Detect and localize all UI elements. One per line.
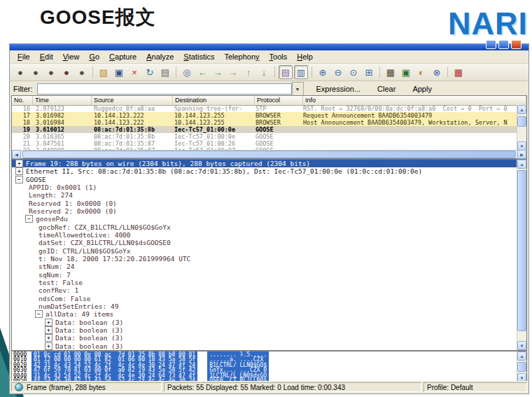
packet-row-17[interactable]: 173.01698210.144.123.22210.144.123.255BR… [12,112,517,119]
toolbar-resize-columns-button[interactable]: ⊞ [362,65,376,79]
tree-line[interactable]: Reserved 2: 0x0000 (0) [12,207,517,215]
menu-analyze[interactable]: Analyze [141,50,178,63]
menu-go[interactable]: Go [84,50,104,63]
tree-line[interactable]: ndsCom: False [12,295,517,302]
tree-line[interactable]: −allData: 49 items [12,310,517,318]
expand-icon[interactable]: + [15,160,23,167]
filter-input[interactable] [37,83,292,95]
toolbar-open-file-button[interactable]: ▨ [97,65,111,79]
column-header-info[interactable]: Info [303,96,526,105]
scroll-up-icon[interactable]: ▲ [517,105,526,114]
expand-icon[interactable]: + [45,319,52,326]
maximize-icon[interactable] [498,40,509,49]
scroll-thumb[interactable] [517,170,526,331]
toolbar-capture-start-button[interactable]: ● [44,65,58,79]
expand-icon[interactable]: + [45,334,52,342]
tree-line[interactable]: +Data: boolean (3) [12,326,517,334]
column-header-source[interactable]: Source [92,96,173,105]
toolbar-zoom-in-button[interactable]: ⊕ [316,65,330,79]
expert-info-icon[interactable] [15,383,23,391]
collapse-icon[interactable]: − [25,215,33,223]
packet-row-19[interactable]: 193.61601208:ac:7d:01:35:8bIec-Tc57_01:0… [12,126,517,133]
toolbar-close-file-button[interactable]: × [127,65,141,79]
column-header-protocol[interactable]: Protocol [255,96,303,105]
scroll-thumb[interactable] [517,362,526,372]
toolbar-autoscroll-toggle-button[interactable]: ▥ [294,65,308,79]
toolbar-find-packet-button[interactable]: ◎ [180,65,194,79]
minimize-icon[interactable] [486,40,496,49]
expand-icon[interactable]: + [15,167,23,175]
toolbar-print-button[interactable]: ▤ [158,65,172,79]
tree-line[interactable]: numDatSetEntries: 49 [12,302,517,310]
tree-line[interactable]: −goosePdu [12,215,517,223]
tree-line[interactable]: test: False [12,279,517,286]
tree-line[interactable]: APPID: 0x0001 (1) [12,183,517,191]
hex-row-0020[interactable]: 002042 31 4c 43 54 52 4c 2f 4c 4c 4e 30 … [12,362,517,367]
toolbar-colorize-toggle-button[interactable]: ▤ [279,65,293,79]
tree-line[interactable]: +Ethernet II, Src: 08:ac:7d:01:35:8b (08… [12,167,517,175]
toolbar-reload-button[interactable]: ↻ [143,65,157,79]
toolbar-coloring-rules-button[interactable]: ◐ [414,65,428,79]
toolbar-preferences-button[interactable]: ⊗ [430,65,444,79]
toolbar-go-to-packet-button[interactable]: → [226,65,240,79]
clear-button[interactable]: Clear [373,84,400,94]
toolbar-go-first-button[interactable]: ↑ [241,65,255,79]
menu-telephony[interactable]: Telephony [219,50,264,63]
scroll-thumb[interactable] [22,151,516,158]
tree-line[interactable]: +Data: boolean (3) [12,334,517,342]
expand-icon[interactable]: + [45,342,52,350]
toolbar-go-forward-button[interactable]: → [211,65,225,79]
tree-line[interactable]: +Data: boolean (3) [12,342,517,350]
menu-capture[interactable]: Capture [104,50,141,63]
tree-line[interactable]: t: Nov 18, 2000 17:52:20.261999964 UTC [12,255,517,263]
collapse-icon[interactable]: − [15,176,23,183]
toolbar-help-button[interactable]: ▦ [451,65,465,79]
filter-dropdown-icon[interactable]: ▼ [292,82,304,96]
tree-line[interactable]: sqNum: 7 [12,271,517,279]
menu-statistics[interactable]: Statistics [178,50,219,63]
toolbar-capture-stop-button[interactable]: ● [59,65,74,79]
packet-list-vertical-scrollbar[interactable]: ▲ ▼ [517,105,526,151]
tree-line[interactable]: gocbRef: CZX_B1LCTRL/LLN0$GO$GoYx [12,223,517,231]
menu-tools[interactable]: Tools [265,50,293,63]
status-profile-section[interactable]: Profile: Default [424,382,527,392]
tree-line[interactable]: timeAllowedtoLive: 4000 [12,231,517,239]
bytes-vertical-scrollbar[interactable]: ▲ ▼ [517,351,526,382]
toolbar-zoom-out-button[interactable]: ⊖ [331,65,345,79]
menu-help[interactable]: Help [292,50,318,63]
tree-line[interactable]: Length: 274 [12,191,517,199]
tree-line[interactable]: Reserved 1: 0x0000 (0) [12,200,517,207]
toolbar-capture-filters-button[interactable]: ▦ [384,65,398,79]
hex-row-0040[interactable]: 004031 4c 43 54 52 4c 2f 4c 4c 4e 30 24 … [12,372,517,377]
collapse-icon[interactable]: − [35,310,43,318]
packet-row-18[interactable]: 183.01698410.144.123.22210.144.123.255BR… [12,119,517,126]
column-header-no[interactable]: No. [12,96,33,105]
toolbar-save-file-button[interactable]: ▣ [112,65,126,79]
tree-line[interactable]: +Data: boolean (3) [12,319,517,326]
toolbar-go-back-button[interactable]: ← [195,65,209,79]
toolbar-capture-restart-button[interactable]: ● [75,65,89,79]
packet-row-20[interactable]: 203.61636508:ac:7d:01:35:8bIec-Tc57_01:0… [12,133,517,140]
hex-row-0000[interactable]: 000001 0c cd 01 00 0e 08 ac 7d 01 35 8b … [12,351,517,356]
scroll-up-icon[interactable]: ▲ [517,351,526,361]
packet-row-21[interactable]: 213.84756108:ac:7d:01:35:87Iec-Tc57_01:0… [12,140,517,147]
menu-edit[interactable]: Edit [35,50,58,63]
tree-line[interactable]: goID: CTRL/LLN0$GO$GoYx [12,247,517,255]
tree-line[interactable]: −GOOSE [12,176,517,183]
tree-line[interactable]: stNum: 24 [12,263,517,270]
toolbar-display-filters-button[interactable]: ▣ [399,65,413,79]
scroll-down-icon[interactable]: ▼ [517,341,526,350]
window-titlebar[interactable] [10,44,528,50]
packet-list-horizontal-scrollbar[interactable]: ◀ ▶ [12,150,526,158]
column-header-time[interactable]: Time [33,96,92,105]
toolbar-capture-options-button[interactable]: ● [29,65,43,79]
hex-row-0010[interactable]: 001001 12 00 00 00 00 61 82 01 06 80 18 … [12,356,517,361]
packet-row-16[interactable]: 162.979123Ruggedco_0f:a8:aaSpanning-tree… [12,105,517,112]
apply-button[interactable]: Apply [408,84,436,94]
tree-line[interactable]: confRev: 1 [12,286,517,294]
column-header-destination[interactable]: Destination [173,96,255,105]
tree-line[interactable]: datSet: CZX_B1LCTRL/LLN0$dsGOOSE0 [12,239,517,246]
hex-row-0030[interactable]: 003047 6f 59 78 81 03 00 0f a0 82 19 43 … [12,367,517,372]
toolbar-list-interfaces-button[interactable]: ● [13,65,27,79]
tree-line[interactable]: +Frame 19: 288 bytes on wire (2304 bits)… [12,160,517,167]
